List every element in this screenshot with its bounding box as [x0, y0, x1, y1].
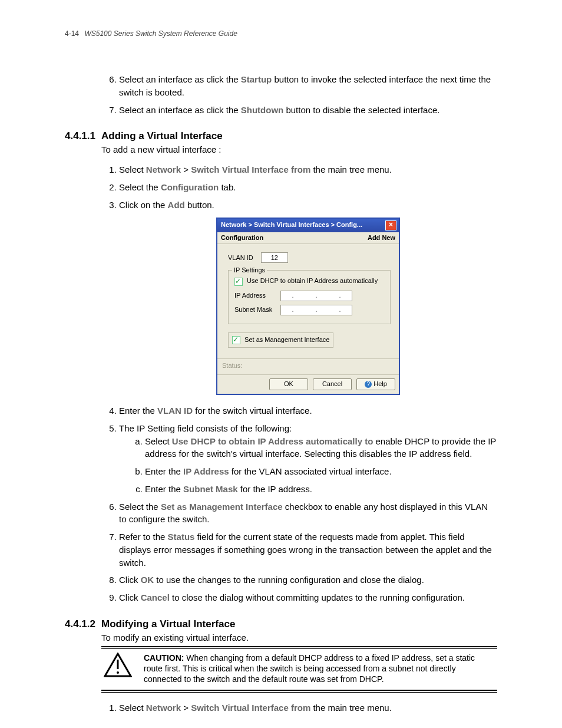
vlan-id-label: VLAN ID	[228, 254, 253, 261]
startup-bold: Startup	[241, 74, 272, 84]
svg-point-2	[117, 671, 119, 674]
add-new-label: Add New	[368, 233, 395, 243]
dhcp-checkbox[interactable]	[234, 278, 243, 286]
list-item: Select an interface as click the Startup…	[119, 73, 497, 99]
caution-bottom-rule	[101, 690, 497, 693]
cancel-button[interactable]: Cancel	[313, 378, 352, 390]
ip-address-label: IP Address	[234, 291, 280, 301]
section-number: 4.4.1.2	[65, 618, 95, 630]
list-item: Select Use DHCP to obtain IP Address aut…	[145, 435, 497, 461]
page-number: 4-14	[65, 29, 79, 38]
list-item: Enter the IP Address for the VLAN associ…	[145, 465, 497, 478]
help-icon: ?	[365, 381, 372, 388]
ip-settings-group: IP Settings Use DHCP to obtain IP Addres…	[228, 270, 391, 324]
subnet-mask-input[interactable]: ...	[280, 305, 352, 315]
list-item: Select Network > Switch Virtual Interfac…	[119, 163, 497, 176]
section-number: 4.4.1.1	[65, 130, 95, 142]
mgmt-checkbox-label: Set as Management Interface	[244, 336, 329, 343]
dialog-screenshot: Network > Switch Virtual Interfaces > Co…	[119, 218, 497, 396]
list-item: Select Network > Switch Virtual Interfac…	[119, 701, 497, 714]
subnet-mask-row: Subnet Mask ...	[234, 305, 384, 315]
section-title: Modifying a Virtual Interface	[101, 618, 235, 630]
close-icon[interactable]: ×	[385, 220, 396, 230]
subnet-mask-label: Subnet Mask	[234, 305, 280, 315]
section-heading: 4.4.1.2 Modifying a Virtual Interface	[65, 618, 497, 630]
section-intro: To modify an existing virtual interface.	[101, 633, 497, 643]
mgmt-interface-row: Set as Management Interface	[228, 332, 333, 348]
dialog-titlebar: Network > Switch Virtual Interfaces > Co…	[217, 219, 399, 232]
section-title: Adding a Virtual Interface	[101, 130, 223, 142]
status-label: Status:	[217, 358, 399, 374]
caution-box: CAUTION: When changing from a default DH…	[101, 651, 497, 686]
list-item: Enter the Subnet Mask for the IP address…	[145, 483, 497, 496]
warning-icon	[104, 653, 132, 685]
dhcp-checkbox-row: Use DHCP to obtain IP Address automatica…	[234, 276, 384, 286]
vlan-id-input[interactable]: 12	[261, 252, 288, 263]
list-item: Select the Configuration tab.	[119, 181, 497, 194]
ip-address-input[interactable]: ...	[280, 291, 352, 301]
list-item: Select an interface as click the Shutdow…	[119, 104, 497, 117]
section-heading: 4.4.1.1 Adding a Virtual Interface	[65, 130, 497, 142]
dialog-button-bar: OK Cancel ?Help	[217, 374, 399, 394]
shutdown-bold: Shutdown	[241, 105, 283, 115]
config-dialog: Network > Switch Virtual Interfaces > Co…	[216, 218, 400, 396]
list-item: Enter the VLAN ID for the switch virtual…	[119, 404, 497, 417]
caution-label: CAUTION:	[144, 653, 184, 663]
pre-steps-list: Select an interface as click the Startup…	[65, 73, 497, 116]
steps-list: Select Network > Switch Virtual Interfac…	[65, 163, 497, 604]
section-intro: To add a new virtual interface :	[101, 144, 497, 154]
page-header: 4-14 WS5100 Series Switch System Referen…	[65, 29, 497, 38]
doc-title: WS5100 Series Switch System Reference Gu…	[84, 29, 237, 38]
ip-address-row: IP Address ...	[234, 291, 384, 301]
list-item: The IP Setting field consists of the fol…	[119, 422, 497, 496]
steps-list: Select Network > Switch Virtual Interfac…	[65, 701, 497, 714]
list-item: Click OK to use the changes to the runni…	[119, 574, 497, 587]
dialog-subheader: Configuration Add New	[217, 232, 399, 245]
vlan-id-row: VLAN ID 12	[228, 252, 391, 263]
help-button[interactable]: ?Help	[356, 378, 395, 390]
dialog-title-text: Network > Switch Virtual Interfaces > Co…	[221, 220, 362, 230]
caution-top-rule	[101, 646, 497, 649]
list-item: Click on the Add button. Network > Switc…	[119, 199, 497, 395]
list-item: Click Cancel to close the dialog without…	[119, 591, 497, 604]
mgmt-checkbox[interactable]	[232, 336, 240, 344]
ok-button[interactable]: OK	[269, 378, 308, 390]
list-item: Select the Set as Management Interface c…	[119, 500, 497, 526]
dhcp-checkbox-label: Use DHCP to obtain IP Address automatica…	[247, 277, 378, 284]
list-item: Refer to the Status field for the curren…	[119, 531, 497, 569]
config-label: Configuration	[221, 233, 263, 243]
sub-steps-list: Select Use DHCP to obtain IP Address aut…	[119, 435, 497, 496]
caution-text: CAUTION: When changing from a default DH…	[144, 653, 495, 685]
ip-settings-legend: IP Settings	[232, 266, 267, 275]
